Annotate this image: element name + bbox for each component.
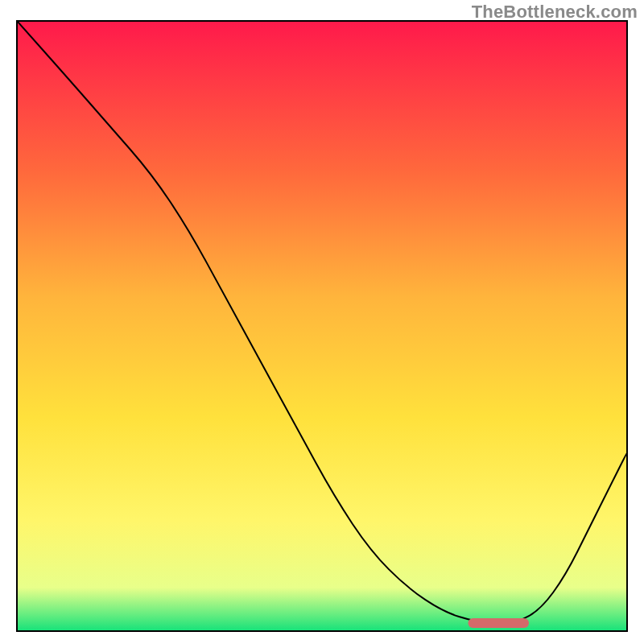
chart-container: TheBottleneck.com [0,0,644,644]
minima-marker [468,618,529,628]
plot-frame [16,20,628,632]
chart-svg [18,22,626,630]
gradient-background [18,22,626,630]
